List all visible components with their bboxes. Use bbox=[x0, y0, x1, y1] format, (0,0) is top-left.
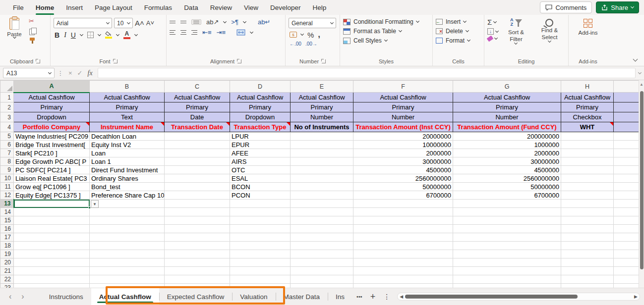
cell-D20[interactable] bbox=[230, 258, 291, 267]
cell-I19[interactable] bbox=[614, 250, 639, 258]
cell-E23[interactable] bbox=[291, 284, 353, 288]
cell-C16[interactable] bbox=[165, 225, 230, 233]
column-header-C[interactable]: C bbox=[165, 81, 230, 93]
cell-F8[interactable]: 30000000 bbox=[353, 157, 453, 166]
cell-D1[interactable]: Actual Cashflow bbox=[230, 93, 291, 102]
formula-input[interactable] bbox=[98, 68, 636, 78]
number-dialog-launcher-icon[interactable] bbox=[322, 59, 326, 63]
cell-E10[interactable] bbox=[291, 174, 353, 183]
cell-B23[interactable] bbox=[90, 284, 165, 288]
copy-icon[interactable] bbox=[29, 28, 37, 35]
tab-expected-cashflow[interactable]: Expected Cashflow bbox=[159, 288, 233, 305]
cell-G9[interactable]: 4500000 bbox=[453, 166, 561, 174]
cell-G10[interactable]: 2560000000 bbox=[453, 174, 561, 183]
middle-align-icon[interactable] bbox=[180, 21, 186, 24]
menu-data[interactable]: Data bbox=[178, 1, 204, 14]
cell-I6[interactable] bbox=[614, 141, 639, 149]
cell-I17[interactable] bbox=[614, 233, 639, 242]
cell-D14[interactable] bbox=[230, 208, 291, 216]
formula-bar-expand-icon[interactable] bbox=[638, 70, 642, 74]
menu-formulas[interactable]: Formulas bbox=[138, 1, 178, 14]
cell-B12[interactable]: Preference Share Cap 101 bbox=[90, 191, 165, 200]
cell-F17[interactable] bbox=[353, 233, 453, 242]
cell-H17[interactable] bbox=[561, 233, 614, 242]
cell-A20[interactable] bbox=[14, 258, 90, 267]
row-header-16[interactable]: 16 bbox=[0, 225, 14, 233]
cell-H1[interactable]: Actual Cashflow bbox=[561, 93, 614, 102]
cut-icon[interactable] bbox=[29, 19, 37, 26]
cell-D16[interactable] bbox=[230, 225, 291, 233]
name-box[interactable]: A13 bbox=[3, 68, 55, 78]
cell-F9[interactable]: 4500000 bbox=[353, 166, 453, 174]
cell-D15[interactable] bbox=[230, 216, 291, 225]
cell-H19[interactable] bbox=[561, 250, 614, 258]
tabbar-menu-icon[interactable]: ⋮ bbox=[379, 293, 394, 301]
ribbon-collapse-icon[interactable] bbox=[633, 57, 638, 62]
cell-F7[interactable]: 2000000 bbox=[353, 149, 453, 157]
align-center-icon[interactable] bbox=[180, 30, 186, 35]
cell-D13[interactable] bbox=[230, 200, 291, 208]
row-header-14[interactable]: 14 bbox=[0, 208, 14, 216]
cell-G22[interactable] bbox=[453, 275, 561, 284]
cell-H23[interactable] bbox=[561, 284, 614, 288]
row-header-1[interactable]: 1 bbox=[0, 93, 14, 102]
comments-button[interactable]: Comments bbox=[540, 1, 592, 13]
increase-decimal-icon[interactable]: ←.00 bbox=[290, 41, 301, 47]
insert-function-icon[interactable]: fx bbox=[88, 69, 93, 77]
clear-icon[interactable] bbox=[487, 36, 494, 42]
cell-F14[interactable] bbox=[353, 208, 453, 216]
cell-C17[interactable] bbox=[165, 233, 230, 242]
alignment-dialog-launcher-icon[interactable] bbox=[237, 59, 241, 63]
cell-H15[interactable] bbox=[561, 216, 614, 225]
autosum-icon[interactable]: Σ bbox=[487, 18, 492, 26]
cell-H4[interactable]: WHT bbox=[561, 122, 614, 132]
cell-I23[interactable] bbox=[614, 284, 639, 288]
data-validation-dropdown-icon[interactable]: ▾ bbox=[91, 200, 99, 208]
cell-H9[interactable] bbox=[561, 166, 614, 174]
cell-C10[interactable] bbox=[165, 174, 230, 183]
cell-G2[interactable]: Primary bbox=[453, 102, 561, 112]
column-header-B[interactable]: B bbox=[90, 81, 165, 93]
cell-C3[interactable]: Date bbox=[165, 112, 230, 122]
cell-H22[interactable] bbox=[561, 275, 614, 284]
cell-G1[interactable]: Actual Cashflow bbox=[453, 93, 561, 102]
row-header-9[interactable]: 9 bbox=[0, 166, 14, 174]
row-header-21[interactable]: 21 bbox=[0, 267, 14, 275]
cell-I18[interactable] bbox=[614, 242, 639, 250]
cell-C22[interactable] bbox=[165, 275, 230, 284]
cell-F5[interactable]: 20000000 bbox=[353, 132, 453, 141]
cell-E6[interactable] bbox=[291, 141, 353, 149]
cell-A1[interactable]: Actual Cashflow bbox=[14, 93, 90, 102]
font-color-button[interactable]: A bbox=[123, 31, 130, 39]
cell-B14[interactable] bbox=[90, 208, 165, 216]
cell-B19[interactable] bbox=[90, 250, 165, 258]
tab-master-data[interactable]: Master Data bbox=[276, 288, 328, 305]
menu-file[interactable]: File bbox=[7, 1, 30, 14]
cell-H16[interactable] bbox=[561, 225, 614, 233]
wrap-text-icon[interactable]: ab↵ bbox=[258, 18, 270, 26]
cell-C7[interactable] bbox=[165, 149, 230, 157]
cell-G21[interactable] bbox=[453, 267, 561, 275]
cell-G8[interactable]: 30000000 bbox=[453, 157, 561, 166]
cell-G18[interactable] bbox=[453, 242, 561, 250]
delete-cells-button[interactable]: Delete bbox=[436, 28, 470, 35]
tab-valuation[interactable]: Valuation bbox=[232, 288, 275, 305]
cell-B15[interactable] bbox=[90, 216, 165, 225]
cell-A10[interactable]: Liaison Real Estate[ PC3 bbox=[14, 174, 90, 183]
menu-insert[interactable]: Insert bbox=[60, 1, 89, 14]
horizontal-scrollbar[interactable]: ◀ ▶ bbox=[397, 293, 640, 301]
cell-C14[interactable] bbox=[165, 208, 230, 216]
fill-icon[interactable]: ↓ bbox=[487, 28, 494, 35]
borders-chevron-icon[interactable] bbox=[98, 32, 101, 36]
decrease-decimal-icon[interactable]: .00→ bbox=[305, 41, 317, 47]
share-button[interactable]: Share bbox=[596, 1, 639, 13]
cell-H5[interactable] bbox=[561, 132, 614, 141]
row-header-4[interactable]: 4 bbox=[0, 122, 14, 132]
row-header-13[interactable]: 13 bbox=[0, 200, 14, 208]
cell-G14[interactable] bbox=[453, 208, 561, 216]
cell-G16[interactable] bbox=[453, 225, 561, 233]
cell-D23[interactable] bbox=[230, 284, 291, 288]
increase-indent-icon[interactable]: ⇥≡ bbox=[216, 29, 225, 36]
cell-A9[interactable]: PC SDFC[ PC214 ] bbox=[14, 166, 90, 174]
next-sheet-icon[interactable]: › bbox=[16, 292, 29, 301]
